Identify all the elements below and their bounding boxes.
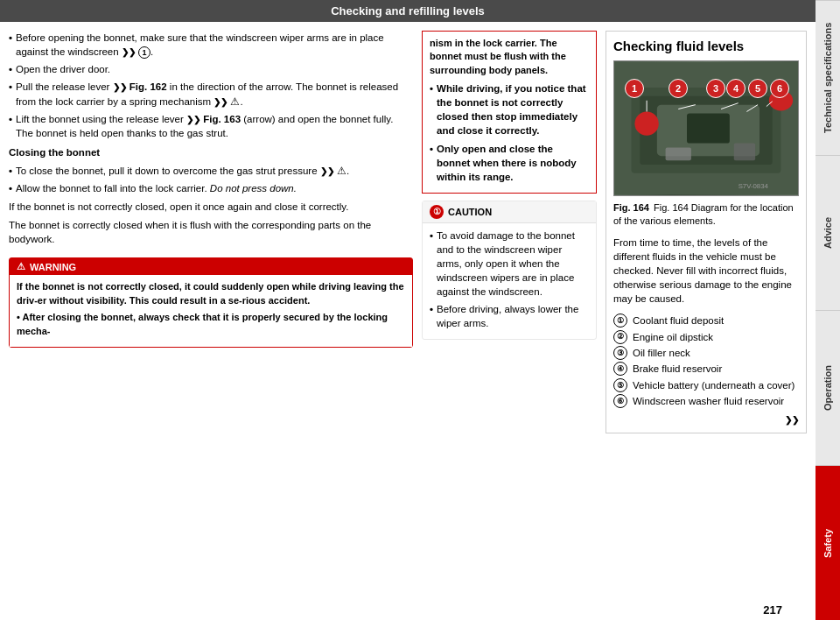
label-6: 6	[770, 79, 789, 98]
label-5: 5	[748, 79, 767, 98]
content-area: • Before opening the bonnet, make sure t…	[0, 22, 816, 602]
sidebar-tab-safety[interactable]: Safety	[816, 465, 840, 620]
fluid-item-3: ③ Oil filler neck	[613, 345, 799, 361]
bullet-1: • Before opening the bonnet, make sure t…	[9, 31, 413, 59]
warning-body: If the bonnet is not correctly closed, i…	[10, 275, 412, 347]
sidebar-tab-safety-label: Safety	[822, 528, 833, 557]
svg-point-4	[634, 111, 658, 135]
warning-triangle-icon: ⚠	[17, 261, 25, 272]
fluid-item-1: ① Coolant fluid deposit	[613, 313, 799, 328]
closing-bullet-2: • Allow the bonnet to fall into the lock…	[9, 181, 413, 195]
svg-rect-7	[666, 147, 691, 160]
header-bar: Checking and refilling levels	[0, 0, 816, 22]
nism-box: nism in the lock carrier. The bonnet mus…	[422, 31, 597, 194]
middle-column: nism in the lock carrier. The bonnet mus…	[422, 31, 597, 593]
nism-bullet1: • While driving, if you notice that the …	[430, 81, 589, 137]
double-arrow-indicator: ❯❯	[613, 413, 799, 426]
engine-inner: S7V-0834 1 2 3 4 5 6	[614, 61, 798, 195]
warning-header: ⚠ WARNING	[10, 258, 412, 275]
warning-line-1: If the bonnet is not correctly closed, i…	[17, 280, 405, 307]
closing-bonnet-head: Closing the bonnet	[9, 145, 413, 159]
arrow-right: ❯❯	[785, 415, 799, 425]
checking-fluid-section: Checking fluid levels	[606, 31, 807, 433]
para-2: The bonnet is correctly closed when it i…	[9, 218, 413, 246]
page-number: 217	[763, 603, 782, 616]
caution-bullet2: • Before driving, always lower the wiper…	[430, 302, 589, 330]
label-4: 4	[726, 79, 746, 98]
fluid-3-text: Oil filler neck	[633, 345, 690, 361]
bullet-2-text: Open the driver door.	[16, 62, 110, 76]
sidebar-tab-technical-label: Technical specifications	[822, 23, 833, 133]
fluid-1-text: Coolant fluid deposit	[633, 313, 724, 328]
main-content: Checking and refilling levels • Before o…	[0, 0, 816, 620]
closing-bullet-1: • To close the bonnet, pull it down to o…	[9, 164, 413, 178]
sidebar-tab-operation[interactable]: Operation	[816, 310, 840, 465]
engine-svg: S7V-0834	[614, 61, 798, 195]
bullet-2: • Open the driver door.	[9, 62, 413, 76]
caution-body: • To avoid damage to the bonnet and to t…	[423, 223, 596, 340]
right-column: Checking fluid levels	[606, 31, 807, 593]
fluid-6-text: Windscreen washer fluid reservoir	[633, 393, 784, 409]
caution-box: ① CAUTION • To avoid damage to the bonne…	[422, 201, 597, 341]
warning-label: WARNING	[30, 262, 76, 272]
nism-line1: nism in the lock carrier. The bonnet mus…	[430, 37, 589, 77]
checking-fluid-title: Checking fluid levels	[613, 39, 799, 53]
engine-image: S7V-0834 1 2 3 4 5 6	[613, 60, 799, 196]
label-1: 1	[625, 79, 644, 98]
left-column: • Before opening the bonnet, make sure t…	[9, 31, 413, 593]
warning-line-2: • After closing the bonnet, always check…	[17, 311, 405, 338]
fluid-item-4: ④ Brake fluid reservoir	[613, 361, 799, 377]
svg-rect-6	[687, 113, 730, 143]
sidebar-tab-operation-label: Operation	[822, 365, 833, 411]
fluid-desc: From time to time, the levels of the dif…	[613, 236, 799, 306]
fluid-item-2: ② Engine oil dipstick	[613, 329, 799, 345]
header-title: Checking and refilling levels	[331, 4, 485, 18]
label-2: 2	[668, 79, 688, 98]
fig-caption: Fig. 164 Fig. 164 Diagram for the locati…	[613, 201, 799, 229]
sidebar-tab-advice-label: Advice	[822, 217, 833, 249]
caution-header: ① CAUTION	[423, 201, 596, 223]
nism-bullet2: • Only open and close the bonnet when th…	[430, 142, 589, 184]
fluid-2-text: Engine oil dipstick	[633, 329, 713, 345]
sidebar-tab-technical[interactable]: Technical specifications	[816, 0, 840, 155]
caution-icon: ①	[430, 205, 444, 219]
svg-text:S7V-0834: S7V-0834	[738, 182, 769, 190]
bullet-4: • Lift the bonnet using the release leve…	[9, 112, 413, 140]
warning-box: ⚠ WARNING If the bonnet is not correctly…	[9, 257, 413, 348]
fluid-item-6: ⑥ Windscreen washer fluid reservoir	[613, 393, 799, 409]
bullet-3: • Pull the release lever ❯❯ Fig. 162 in …	[9, 80, 413, 108]
page-footer: 217	[0, 602, 816, 620]
fluid-item-5: ⑤ Vehicle battery (underneath a cover)	[613, 377, 799, 393]
caution-bullet1: • To avoid damage to the bonnet and to t…	[430, 229, 589, 299]
left-text-block: • Before opening the bonnet, make sure t…	[9, 31, 413, 250]
svg-rect-8	[734, 144, 755, 161]
fluid-4-text: Brake fluid reservoir	[633, 361, 722, 377]
fluid-list: ① Coolant fluid deposit ② Engine oil dip…	[613, 313, 799, 409]
fluid-5-text: Vehicle battery (underneath a cover)	[633, 377, 794, 393]
sidebar-tab-advice[interactable]: Advice	[816, 155, 840, 310]
para-1: If the bonnet is not correctly closed, o…	[9, 200, 413, 214]
right-sidebar: Technical specifications Advice Operatio…	[816, 0, 840, 620]
label-3: 3	[706, 79, 725, 98]
caution-label: CAUTION	[448, 207, 492, 217]
